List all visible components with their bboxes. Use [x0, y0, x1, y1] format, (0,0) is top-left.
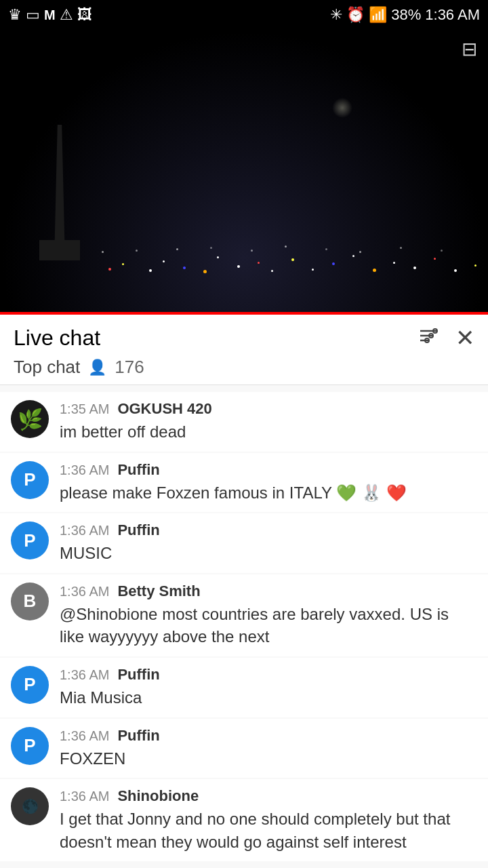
- chat-message: 🌿 1:35 AM OGKUSH 420 im better off dead: [0, 392, 488, 452]
- message-text: FOXZEN: [60, 747, 477, 770]
- message-text: I get that Jonny and no one should compl…: [60, 808, 477, 853]
- status-left-icons: ♛ ▭ M ⚠ 🖼: [8, 6, 92, 24]
- message-time: 1:36 AM: [60, 462, 109, 478]
- message-author: Puffin: [117, 521, 159, 539]
- image-icon: 🖼: [77, 6, 92, 24]
- warning-icon: ⚠: [60, 6, 73, 24]
- chat-sub-header: Top chat 👤 176: [14, 357, 474, 384]
- chat-message: P 1:36 AM Puffin FOXZEN: [0, 719, 488, 778]
- avatar: P: [11, 521, 49, 559]
- status-bar: ♛ ▭ M ⚠ 🖼 ✳ ⏰ 📶 38% 1:36 AM: [0, 0, 488, 30]
- message-time: 1:36 AM: [60, 584, 109, 599]
- message-meta: 1:36 AM Puffin: [60, 727, 477, 745]
- close-icon[interactable]: ✕: [455, 324, 474, 351]
- message-author: Betty Smith: [117, 583, 200, 600]
- message-text: im better off dead: [60, 420, 477, 443]
- viewers-count: 176: [115, 357, 144, 378]
- top-chat-label: Top chat: [14, 357, 80, 378]
- message-text: Mia Musica: [60, 686, 477, 709]
- message-meta: 1:36 AM Puffin: [60, 666, 477, 684]
- viewers-icon: 👤: [88, 359, 106, 376]
- message-meta: 1:36 AM Shinobione: [60, 787, 477, 805]
- chat-message: P 1:36 AM Puffin MUSIC: [0, 513, 488, 573]
- city-lights: [0, 243, 488, 277]
- message-time: 1:36 AM: [60, 667, 109, 683]
- message-content: 1:36 AM Puffin Mia Musica: [60, 666, 477, 709]
- message-time: 1:36 AM: [60, 523, 109, 538]
- chat-header-top: Live chat ✕: [14, 324, 474, 351]
- message-meta: 1:36 AM Puffin: [60, 461, 477, 479]
- crown-icon: ♛: [8, 6, 22, 24]
- chat-message: P 1:36 AM Puffin Mia Musica: [0, 658, 488, 717]
- message-text: MUSIC: [60, 542, 477, 565]
- message-time: 1:36 AM: [60, 789, 109, 804]
- chat-message: 🌑 1:36 AM Shinobione I get that Jonny an…: [0, 779, 488, 861]
- message-content: 1:36 AM Puffin please make Foxzen famous…: [60, 461, 477, 505]
- avatar: P: [11, 727, 49, 765]
- message-text: @Shinobione most countries are barely va…: [60, 603, 477, 648]
- message-author: OGKUSH 420: [117, 400, 211, 418]
- avatar: P: [11, 666, 49, 704]
- message-content: 1:36 AM Puffin MUSIC: [60, 521, 477, 565]
- m-icon: M: [44, 7, 56, 23]
- message-content: 1:36 AM Betty Smith @Shinobione most cou…: [60, 583, 477, 648]
- video-player[interactable]: ⊟: [0, 30, 488, 315]
- bluetooth-icon: ✳: [330, 6, 342, 24]
- battery-text: 38%: [391, 6, 421, 24]
- chat-message: B 1:36 AM Betty Smith @Shinobione most c…: [0, 574, 488, 656]
- message-time: 1:35 AM: [60, 401, 109, 417]
- avatar: 🌿: [11, 400, 49, 438]
- filter-icon[interactable]: [418, 325, 439, 351]
- message-meta: 1:36 AM Betty Smith: [60, 583, 477, 600]
- message-content: 1:36 AM Puffin FOXZEN: [60, 727, 477, 770]
- message-meta: 1:36 AM Puffin: [60, 521, 477, 539]
- chat-messages-list: 🌿 1:35 AM OGKUSH 420 im better off dead …: [0, 385, 488, 868]
- avatar: 🌑: [11, 787, 49, 825]
- avatar: B: [11, 583, 49, 620]
- message-time: 1:36 AM: [60, 728, 109, 744]
- time-display: 1:36 AM: [425, 6, 480, 24]
- video-background: ⊟: [0, 30, 488, 315]
- sky-glow: [332, 98, 352, 118]
- video-settings-icon[interactable]: ⊟: [462, 38, 477, 60]
- message-content: 1:35 AM OGKUSH 420 im better off dead: [60, 400, 477, 443]
- message-author: Puffin: [117, 666, 159, 684]
- alarm-icon: ⏰: [346, 6, 365, 24]
- avatar: P: [11, 461, 49, 499]
- status-right-icons: ✳ ⏰ 📶 38% 1:36 AM: [330, 6, 480, 24]
- message-author: Puffin: [117, 461, 159, 479]
- header-action-icons: ✕: [418, 324, 474, 351]
- message-author: Puffin: [117, 727, 159, 745]
- chat-message: P 1:36 AM Puffin please make Foxzen famo…: [0, 453, 488, 513]
- chat-header: Live chat ✕ Top chat 👤 176: [0, 315, 488, 385]
- message-content: 1:36 AM Shinobione I get that Jonny and …: [60, 787, 477, 853]
- message-author: Shinobione: [117, 787, 199, 805]
- message-text: please make Foxzen famous in ITALY 💚 🐰 ❤…: [60, 481, 477, 505]
- folder-icon: ▭: [26, 6, 40, 24]
- live-chat-title: Live chat: [14, 326, 100, 351]
- message-meta: 1:35 AM OGKUSH 420: [60, 400, 477, 418]
- video-progress-bar[interactable]: [0, 312, 488, 315]
- wifi-icon: 📶: [369, 6, 387, 24]
